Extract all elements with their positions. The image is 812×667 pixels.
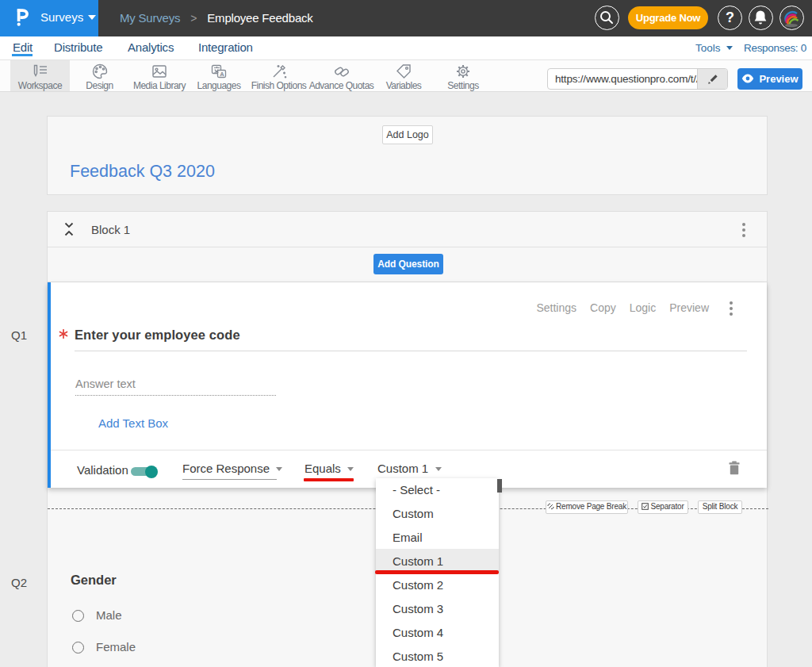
svg-text:A: A	[220, 71, 224, 78]
